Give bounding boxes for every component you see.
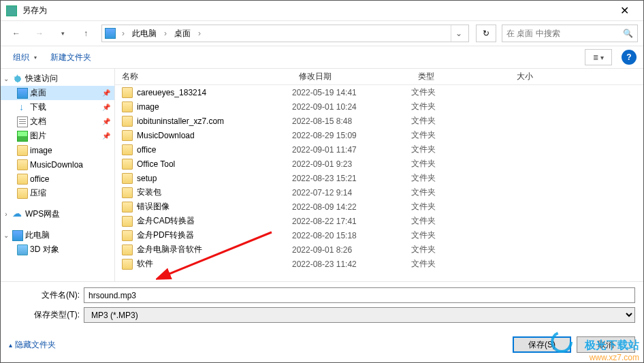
sidebar-item-label: WPS网盘	[25, 208, 60, 220]
pin-icon: 📌	[102, 89, 110, 97]
file-list: 名称 修改日期 类型 大小 careueyes_1832142022-05-19…	[115, 69, 643, 281]
organize-menu[interactable]: 组织	[7, 49, 42, 66]
breadcrumb-desktop[interactable]: 桌面	[173, 27, 192, 41]
file-type: 文件夹	[411, 115, 510, 127]
column-date[interactable]: 修改日期	[292, 71, 411, 82]
recent-dropdown[interactable]: ▾	[52, 24, 73, 43]
sidebar-item-label: 下载	[30, 101, 46, 113]
file-type: 文件夹	[411, 101, 510, 112]
file-row[interactable]: 错误图像2022-08-09 14:22文件夹	[115, 200, 643, 214]
chevron-right-icon: ›	[161, 29, 170, 38]
file-type: 文件夹	[411, 258, 510, 270]
file-date: 2022-09-01 9:23	[292, 159, 411, 169]
search-box[interactable]: 🔍	[502, 25, 638, 42]
filetype-select[interactable]: MP3 (*.MP3)	[84, 307, 635, 323]
file-row[interactable]: 金舟CAD转换器2022-08-22 17:41文件夹	[115, 214, 643, 228]
column-size[interactable]: 大小	[510, 71, 643, 82]
file-row[interactable]: 软件2022-08-23 11:42文件夹	[115, 257, 643, 271]
address-dropdown[interactable]: ⌄	[451, 25, 466, 42]
filename-input[interactable]	[84, 287, 635, 303]
sidebar-item-label: image	[30, 146, 52, 155]
chevron-up-icon: ▴	[9, 341, 12, 349]
file-name: office	[137, 145, 292, 155]
cancel-button[interactable]: 取消	[577, 336, 635, 353]
help-button[interactable]: ?	[622, 50, 637, 65]
forward-button[interactable]: →	[29, 24, 50, 43]
file-date: 2022-08-09 14:22	[292, 202, 411, 212]
up-button[interactable]: ↑	[76, 24, 96, 43]
sidebar[interactable]: ⌄快速访问 桌面📌 下载📌 文档📌 图片📌 image MusicDownloa…	[1, 69, 115, 281]
breadcrumb-thispc[interactable]: 此电脑	[131, 27, 158, 41]
folder-icon	[122, 216, 133, 227]
file-date: 2022-09-01 8:26	[292, 245, 411, 255]
folder-icon	[122, 101, 133, 112]
sidebar-item-3dobjects[interactable]: 3D 对象	[1, 242, 114, 257]
folder-icon	[17, 145, 28, 156]
file-date: 2022-08-20 15:18	[292, 231, 411, 240]
file-row[interactable]: office2022-09-01 11:47文件夹	[115, 142, 643, 157]
sidebar-item-image[interactable]: image	[1, 143, 114, 157]
folder-icon	[122, 144, 133, 155]
file-type: 文件夹	[411, 172, 510, 184]
sidebar-item-office[interactable]: office	[1, 172, 114, 186]
file-rows[interactable]: careueyes_1832142022-05-19 14:41文件夹image…	[115, 85, 643, 280]
hide-folders-button[interactable]: ▴隐藏文件夹	[9, 339, 56, 351]
desktop-icon	[17, 88, 28, 99]
file-type: 文件夹	[411, 158, 510, 170]
file-name: 金舟PDF转换器	[137, 230, 292, 241]
sidebar-item-musicdownload[interactable]: MusicDownloa	[1, 157, 114, 172]
sidebar-item-documents[interactable]: 文档📌	[1, 114, 114, 129]
file-row[interactable]: image2022-09-01 10:24文件夹	[115, 99, 643, 114]
folder-icon	[122, 259, 133, 270]
pin-icon: 📌	[102, 118, 110, 125]
sidebar-item-label: 3D 对象	[30, 244, 59, 255]
sidebar-item-compress[interactable]: 压缩	[1, 186, 114, 200]
refresh-button[interactable]: ↻	[476, 25, 496, 42]
chevron-right-icon: ›	[195, 29, 204, 38]
titlebar: 另存为 ✕	[1, 1, 643, 21]
file-date: 2022-05-19 14:41	[292, 88, 411, 97]
sidebar-item-label: 桌面	[30, 87, 46, 99]
column-name[interactable]: 名称	[115, 71, 292, 82]
sidebar-item-desktop[interactable]: 桌面📌	[1, 86, 114, 100]
pin-icon: 📌	[102, 104, 110, 111]
address-bar[interactable]: › 此电脑 › 桌面 › ⌄	[101, 25, 469, 42]
pc-icon	[105, 28, 116, 39]
sidebar-item-downloads[interactable]: 下载📌	[1, 100, 114, 114]
file-name: 错误图像	[137, 201, 292, 212]
file-row[interactable]: Office Tool2022-09-01 9:23文件夹	[115, 157, 643, 171]
file-row[interactable]: 安装包2022-07-12 9:14文件夹	[115, 185, 643, 200]
toolbar: 组织 新建文件夹 ≣ ▾ ?	[1, 46, 643, 69]
download-icon	[17, 102, 28, 113]
folder-icon	[122, 87, 133, 98]
file-date: 2022-08-22 17:41	[292, 217, 411, 226]
close-button[interactable]: ✕	[611, 1, 638, 20]
view-options-button[interactable]: ≣ ▾	[585, 49, 612, 65]
sidebar-item-label: 快速访问	[25, 73, 58, 84]
sidebar-item-quick-access[interactable]: ⌄快速访问	[1, 72, 114, 86]
file-row[interactable]: iobituninstaller_xz7.com2022-08-15 8:48文…	[115, 114, 643, 128]
sidebar-item-thispc[interactable]: ⌄此电脑	[1, 228, 114, 242]
sidebar-item-pictures[interactable]: 图片📌	[1, 129, 114, 143]
file-row[interactable]: careueyes_1832142022-05-19 14:41文件夹	[115, 85, 643, 99]
file-row[interactable]: 金舟PDF转换器2022-08-20 15:18文件夹	[115, 228, 643, 242]
search-input[interactable]	[506, 29, 623, 38]
new-folder-button[interactable]: 新建文件夹	[45, 49, 97, 66]
file-type: 文件夹	[411, 201, 510, 212]
file-row[interactable]: setup2022-08-23 15:21文件夹	[115, 171, 643, 185]
file-row[interactable]: MusicDownload2022-08-29 15:09文件夹	[115, 128, 643, 142]
column-type[interactable]: 类型	[411, 71, 510, 82]
folder-icon	[17, 244, 28, 255]
file-name: MusicDownload	[137, 131, 292, 140]
file-name: Office Tool	[137, 159, 292, 169]
file-row[interactable]: 金舟电脑录音软件2022-09-01 8:26文件夹	[115, 242, 643, 257]
pc-icon	[12, 230, 23, 241]
save-button[interactable]: 保存(S)	[513, 336, 571, 353]
file-type: 文件夹	[411, 187, 510, 198]
back-button[interactable]: ←	[6, 24, 27, 43]
sidebar-item-wps[interactable]: ›WPS网盘	[1, 207, 114, 221]
sidebar-item-label: MusicDownloa	[30, 160, 83, 170]
sidebar-item-label: 压缩	[30, 187, 46, 199]
folder-icon	[122, 116, 133, 127]
file-type: 文件夹	[411, 230, 510, 241]
